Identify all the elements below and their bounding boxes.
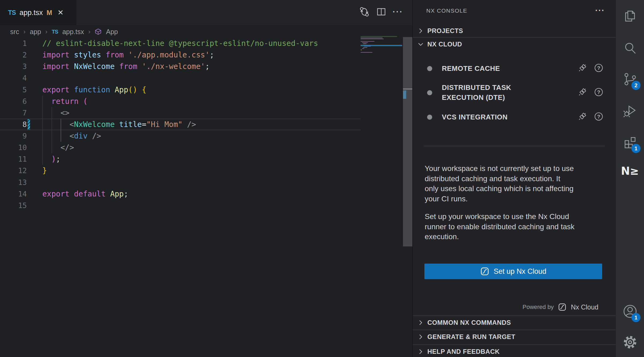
line-number: 7: [0, 107, 27, 119]
section-nx-cloud[interactable]: NX CLOUD: [413, 37, 616, 51]
scrollbar-thumb-edge: [403, 89, 412, 89]
breadcrumb: src › app › TS app.tsx › App: [10, 25, 118, 38]
code-line[interactable]: 4: [0, 72, 361, 84]
connect-button[interactable]: [577, 63, 588, 74]
code-line[interactable]: 2import styles from './app.module.css';: [0, 49, 361, 61]
code-line[interactable]: 6 return (: [0, 96, 361, 107]
code-editor[interactable]: 1// eslint-disable-next-line @typescript…: [0, 38, 361, 211]
breadcrumb-separator: ›: [45, 28, 47, 35]
symbol-class-icon: [95, 28, 102, 35]
code-text: <div />: [42, 132, 101, 140]
minimap-line: [361, 52, 372, 53]
section-common-nx-commands[interactable]: COMMON NX COMMANDS: [413, 316, 616, 329]
description-paragraph: Set up your workspace to use the Nx Clou…: [425, 212, 606, 242]
account-button[interactable]: 1: [616, 298, 644, 324]
nx-cloud-logo-icon: [558, 303, 567, 311]
minimap-line: [364, 46, 371, 46]
setup-nx-cloud-button[interactable]: Set up Nx Cloud: [424, 264, 602, 279]
settings-button[interactable]: [616, 329, 644, 355]
chevron-right-icon: [417, 333, 424, 340]
source-control-button[interactable]: 2: [616, 66, 644, 92]
code-text: </>: [42, 143, 74, 152]
run-debug-button[interactable]: [616, 98, 644, 123]
breadcrumb-symbol[interactable]: App: [106, 28, 118, 36]
modified-line-marker: [28, 119, 30, 130]
section-label: HELP AND FEEDBACK: [427, 348, 500, 355]
code-line[interactable]: 8 <NxWelcome title="Hi Mom" />: [0, 119, 361, 130]
powered-by-label: Powered by: [523, 304, 554, 311]
close-icon[interactable]: ✕: [58, 8, 64, 17]
code-line[interactable]: 7 <>: [0, 107, 361, 119]
powered-by-brand: Nx Cloud: [571, 303, 598, 311]
code-line[interactable]: 9 <div />: [0, 130, 361, 142]
code-line[interactable]: 10 </>: [0, 142, 361, 153]
source-control-badge: 2: [631, 81, 641, 90]
chevron-down-icon: [417, 41, 424, 48]
open-changes-button[interactable]: [358, 6, 371, 18]
tab-app-tsx[interactable]: TS app.tsx M ✕: [0, 0, 76, 25]
typescript-file-icon: TS: [8, 9, 16, 16]
extensions-button[interactable]: 1: [616, 129, 644, 155]
editor-scrollbar[interactable]: [403, 37, 412, 246]
help-icon: ?: [594, 88, 603, 97]
ellipsis-icon: ···: [393, 7, 403, 16]
files-icon: [623, 9, 637, 23]
indent-guide: [51, 107, 52, 153]
help-button[interactable]: ?: [594, 112, 603, 122]
help-icon: ?: [594, 63, 603, 72]
breadcrumb-src[interactable]: src: [10, 28, 19, 36]
line-number: 6: [0, 96, 27, 107]
minimap[interactable]: [361, 36, 402, 58]
code-text: <>: [42, 108, 69, 117]
code-line[interactable]: 12}: [0, 165, 361, 176]
minimap-line: [361, 39, 384, 39]
search-button[interactable]: [616, 35, 644, 61]
line-number: 9: [0, 130, 27, 142]
editor-more-actions-button[interactable]: ···: [392, 6, 404, 18]
breadcrumb-app[interactable]: app: [30, 28, 41, 36]
code-line[interactable]: 15: [0, 200, 361, 211]
code-text: export default App;: [42, 190, 128, 198]
search-icon: [623, 41, 637, 56]
code-line[interactable]: 14export default App;: [0, 188, 361, 200]
code-line[interactable]: 3import NxWelcome from './nx-welcome';: [0, 61, 361, 72]
breadcrumb-file[interactable]: app.tsx: [62, 28, 84, 36]
line-number: 1: [0, 38, 27, 49]
vscode-window: TS app.tsx M ✕ ··· src › app › TS app.ts…: [0, 0, 644, 357]
minimap-line: [361, 36, 397, 37]
line-number: 5: [0, 84, 27, 96]
nx-console-button[interactable]: N≥: [616, 158, 644, 184]
minimap-line: [363, 43, 367, 44]
overview-ruler-modified-marker: [403, 90, 406, 99]
code-line[interactable]: 1// eslint-disable-next-line @typescript…: [0, 38, 361, 49]
nx-console-panel: NX CONSOLE ··· PROJECTS NX CLOUD REMOTE …: [413, 0, 616, 357]
connect-button[interactable]: [577, 111, 588, 123]
split-editor-button[interactable]: [375, 6, 387, 18]
chevron-right-icon: [417, 348, 424, 355]
section-generate-run-target[interactable]: GENERATE & RUN TARGET: [413, 330, 616, 344]
minimap-line: [362, 48, 364, 49]
modified-badge: M: [47, 9, 52, 17]
code-line[interactable]: 11 );: [0, 153, 361, 165]
nx-cloud-item-actions: ?: [577, 111, 603, 123]
section-projects[interactable]: PROJECTS: [413, 25, 616, 37]
code-line[interactable]: 13: [0, 177, 361, 188]
code-line[interactable]: 5export function App() {: [0, 84, 361, 96]
minimap-line: [363, 47, 367, 48]
description-paragraph: Your workspace is not currently set up t…: [425, 163, 606, 204]
line-number: 3: [0, 61, 27, 72]
minimap-line: [362, 42, 368, 43]
minimap-line: [361, 50, 362, 50]
gear-icon: [623, 335, 638, 350]
nx-cloud-item-label: DISTRIBUTED TASKEXECUTION (DTE): [442, 83, 511, 103]
nx-cloud-item-actions: ?: [577, 63, 603, 74]
section-help-and-feedback[interactable]: HELP AND FEEDBACK: [413, 345, 616, 357]
help-button[interactable]: ?: [594, 63, 603, 74]
explorer-button[interactable]: [616, 3, 644, 29]
nx-console-icon: N≥: [619, 164, 641, 178]
connect-button[interactable]: [577, 87, 588, 99]
panel-more-actions-button[interactable]: ···: [595, 6, 605, 15]
status-dot-icon: [427, 115, 432, 120]
help-button[interactable]: ?: [594, 88, 603, 98]
code-text: export function App() {: [42, 85, 146, 94]
